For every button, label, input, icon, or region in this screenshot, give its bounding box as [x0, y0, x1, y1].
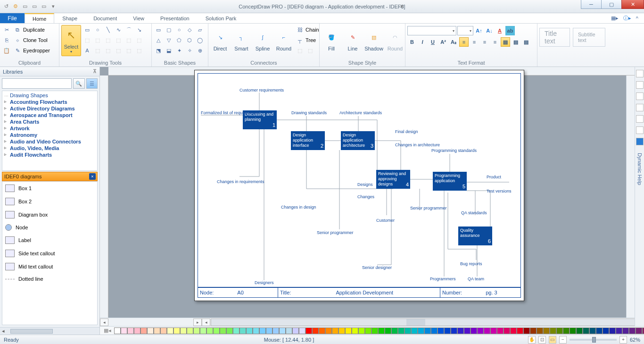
color-swatch[interactable]: [114, 327, 121, 334]
color-swatch[interactable]: [444, 327, 451, 334]
qat-icon[interactable]: ⚙: [12, 3, 19, 10]
tab-next-icon[interactable]: ▸: [193, 319, 202, 326]
color-swatch[interactable]: [312, 327, 319, 334]
color-swatch[interactable]: [200, 327, 206, 334]
eyedropper-icon[interactable]: ✎: [13, 46, 22, 55]
clone-label[interactable]: Clone Tool: [23, 37, 48, 43]
color-swatch[interactable]: [180, 327, 187, 334]
shape-icon[interactable]: △: [154, 35, 163, 45]
diagram-label[interactable]: Senior programmer: [410, 206, 447, 210]
color-swatch[interactable]: [213, 327, 220, 334]
shrink-font-icon[interactable]: A↓: [485, 26, 494, 35]
color-swatch[interactable]: [405, 327, 411, 334]
pin-icon[interactable]: ⊼: [93, 68, 97, 75]
tab-solution-park[interactable]: Solution Park: [198, 13, 244, 23]
diagram-box[interactable]: Reviewing and approving designs4: [376, 170, 410, 189]
tab-document[interactable]: Document: [85, 13, 125, 23]
diagram-label[interactable]: Programming standards: [431, 148, 477, 153]
title-text-box[interactable]: Title text: [539, 28, 570, 47]
minimize-button[interactable]: ─: [581, 0, 602, 9]
shape-item[interactable]: Dotted line: [2, 273, 97, 285]
diagram-label[interactable]: Architecture standards: [339, 110, 382, 115]
color-swatch[interactable]: [365, 327, 372, 334]
color-swatch[interactable]: [556, 327, 563, 334]
align-right-button[interactable]: ≡: [480, 37, 489, 47]
rtool-icon[interactable]: [636, 126, 644, 134]
conn-opt[interactable]: ⬚: [305, 46, 315, 55]
color-swatch[interactable]: [563, 327, 570, 334]
h-scrollbar[interactable]: [211, 319, 644, 326]
shape-icon[interactable]: ○: [174, 25, 184, 34]
v-scrollbar[interactable]: [626, 76, 635, 318]
eyedropper-label[interactable]: Eyedropper: [23, 48, 50, 53]
diagram-label[interactable]: Programmers: [430, 277, 456, 281]
line-button[interactable]: ✎Line: [343, 25, 363, 56]
color-swatch[interactable]: [398, 327, 405, 334]
shape-item[interactable]: Mid text callout: [2, 260, 97, 273]
diagram-label[interactable]: Formalized list of requirements: [201, 110, 259, 115]
library-category[interactable]: Aerospace and Transport: [2, 112, 97, 118]
tool[interactable]: ⬚: [114, 35, 123, 45]
duplicate-label[interactable]: Duplicate: [23, 27, 45, 33]
valign-button[interactable]: ▤: [501, 37, 510, 47]
palette-picker-icon[interactable]: ▦◂: [103, 326, 112, 336]
color-swatch[interactable]: [286, 327, 292, 334]
shape-icon[interactable]: ⬔: [154, 46, 163, 55]
diagram-label[interactable]: Customer: [376, 218, 395, 223]
clone-icon[interactable]: ⟐: [13, 35, 22, 45]
window-icon[interactable]: ▦▸: [611, 15, 619, 21]
round-button[interactable]: ◠Round: [385, 25, 405, 56]
cut-icon[interactable]: ✂: [2, 25, 11, 34]
diagram-area[interactable]: Discussing and planning1Design applicati…: [198, 73, 521, 287]
fit-page-icon[interactable]: ▭: [549, 336, 556, 344]
underline-button[interactable]: U: [428, 37, 438, 47]
color-swatch[interactable]: [576, 327, 583, 334]
tool[interactable]: ⬚: [103, 46, 113, 55]
valign-button[interactable]: ▤: [521, 37, 531, 47]
superscript-button[interactable]: A²: [438, 37, 448, 47]
color-swatch[interactable]: [411, 327, 418, 334]
collapse-ribbon-icon[interactable]: ^: [636, 16, 638, 21]
library-category[interactable]: Audit Flowcharts: [2, 151, 97, 158]
spline-connector[interactable]: ∫Spline: [253, 25, 272, 56]
subscript-button[interactable]: A₂: [449, 37, 458, 47]
conn-opt[interactable]: ⬚: [295, 46, 305, 55]
zoom-slider[interactable]: [570, 339, 617, 341]
shape-item[interactable]: Diagram box: [2, 208, 97, 221]
color-swatch[interactable]: [193, 327, 200, 334]
library-category[interactable]: Audio, Video, Media: [2, 145, 97, 151]
color-swatch[interactable]: [385, 327, 391, 334]
qat-icon[interactable]: ▭: [31, 3, 38, 10]
tool[interactable]: ⬚: [124, 35, 133, 45]
color-swatch[interactable]: [299, 327, 305, 334]
line-tool[interactable]: ╲: [103, 25, 113, 34]
chain-icon[interactable]: ⛓: [295, 25, 305, 34]
diagram-label[interactable]: Designs: [357, 182, 373, 187]
file-menu[interactable]: File: [0, 13, 25, 23]
shape-icon[interactable]: ▢: [164, 25, 173, 34]
highlight-icon[interactable]: ab: [505, 26, 515, 35]
color-swatch[interactable]: [253, 327, 259, 334]
color-swatch[interactable]: [325, 327, 332, 334]
shape-item[interactable]: Node: [2, 221, 97, 234]
color-swatch[interactable]: [206, 327, 213, 334]
color-swatch[interactable]: [239, 327, 246, 334]
shape-icon[interactable]: ⬡: [185, 35, 194, 45]
sidebar-scrollbar[interactable]: ◂: [0, 327, 99, 335]
color-swatch[interactable]: [642, 327, 644, 334]
color-swatch[interactable]: [173, 327, 180, 334]
qat-icon[interactable]: ↺: [3, 3, 9, 10]
shape-icon[interactable]: ✦: [174, 46, 184, 55]
tool[interactable]: ⬚: [103, 35, 113, 45]
diagram-box[interactable]: Design application interface2: [291, 131, 325, 150]
subtitle-text-box[interactable]: Subtitle text: [573, 28, 605, 47]
zoom-in-icon[interactable]: +: [619, 336, 627, 344]
color-swatch[interactable]: [490, 327, 497, 334]
tool[interactable]: ⬚: [93, 46, 102, 55]
color-swatch[interactable]: [378, 327, 385, 334]
select-tool[interactable]: ↖ Select ▾: [61, 25, 81, 56]
italic-button[interactable]: I: [418, 37, 427, 47]
shape-item[interactable]: Box 2: [2, 195, 97, 208]
color-swatch[interactable]: [457, 327, 464, 334]
color-swatch[interactable]: [272, 327, 279, 334]
